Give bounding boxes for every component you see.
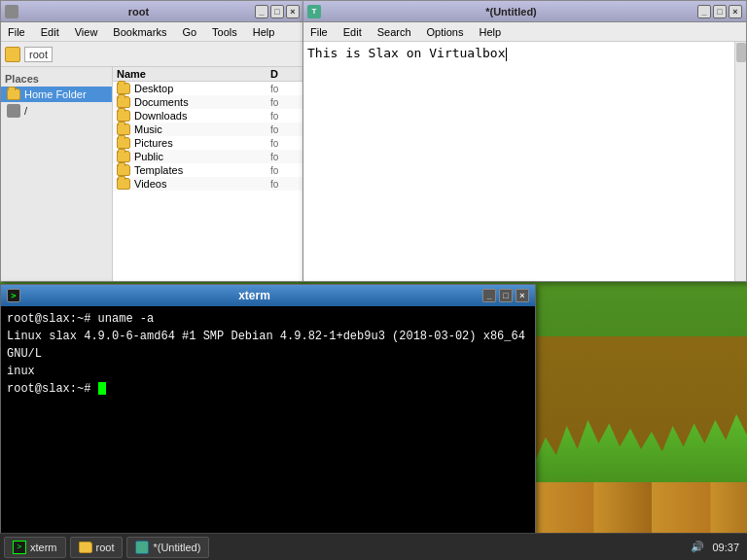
file-manager-body: Places Home Folder / Name D Desktop fo: [1, 67, 303, 281]
terminal-close-button[interactable]: ×: [516, 289, 529, 302]
menu-view[interactable]: View: [72, 26, 101, 38]
text-editor-titlebar[interactable]: T *(Untitled) _ □ ×: [303, 1, 746, 22]
taskbar-tray-icons: 🔊: [691, 541, 704, 553]
editor-menu-options[interactable]: Options: [424, 26, 467, 38]
folder-icon: [117, 178, 130, 190]
file-name: Music: [134, 123, 267, 135]
text-editor-menubar: File Edit Search Options Help: [303, 22, 746, 42]
taskbar-terminal-icon: >: [13, 541, 26, 554]
text-editor-title: *(Untitled): [325, 6, 697, 18]
maximize-button[interactable]: □: [270, 5, 284, 18]
table-row[interactable]: Public fo: [113, 150, 303, 163]
file-name: Public: [134, 151, 267, 162]
folder-icon: [117, 123, 130, 135]
text-editor-window: T *(Untitled) _ □ × File Edit Search Opt…: [302, 0, 747, 282]
terminal-cursor: [98, 382, 106, 395]
minimize-button[interactable]: _: [255, 5, 268, 18]
file-name: Videos: [134, 178, 267, 190]
file-date: fo: [270, 84, 300, 94]
terminal-body[interactable]: root@slax:~# uname -a Linux slax 4.9.0-6…: [1, 306, 535, 534]
taskbar-item-editor[interactable]: *(Untitled): [126, 537, 209, 558]
editor-minimize-button[interactable]: _: [697, 5, 711, 18]
editor-menu-edit[interactable]: Edit: [340, 26, 365, 38]
sidebar-home-label: Home Folder: [24, 88, 87, 100]
editor-close-button[interactable]: ×: [729, 5, 742, 18]
close-button[interactable]: ×: [286, 5, 300, 18]
file-manager-window: root _ □ × File Edit View Bookmarks Go T…: [0, 0, 304, 282]
file-date: fo: [270, 165, 300, 176]
table-row[interactable]: Pictures fo: [113, 136, 303, 150]
table-row[interactable]: Videos fo: [113, 177, 303, 191]
text-cursor: [506, 48, 507, 61]
folder-icon: [117, 164, 130, 176]
file-manager-title: root: [22, 6, 255, 18]
file-list-headers: Name D: [113, 67, 303, 82]
editor-scrollbar[interactable]: [734, 42, 746, 281]
table-row[interactable]: Documents fo: [113, 95, 303, 109]
table-row[interactable]: Downloads fo: [113, 109, 303, 122]
menu-tools[interactable]: Tools: [209, 26, 240, 38]
taskbar-editor-label: *(Untitled): [153, 542, 200, 553]
sidebar-item-home[interactable]: Home Folder: [1, 87, 112, 102]
file-date: fo: [270, 111, 300, 122]
folder-icon: [117, 137, 130, 149]
file-manager-toolbar: root: [1, 42, 303, 67]
file-manager-titlebar[interactable]: root _ □ ×: [1, 1, 303, 22]
table-row[interactable]: Templates fo: [113, 163, 303, 177]
col-date-header: D: [270, 68, 300, 80]
taskbar: > xterm root *(Untitled) 🔊 09:37: [0, 533, 747, 560]
sidebar-places-label: Places: [1, 71, 112, 87]
file-manager-file-list: Name D Desktop fo Documents fo Downloads…: [113, 67, 303, 281]
file-manager-menubar: File Edit View Bookmarks Go Tools Help: [1, 22, 303, 42]
terminal-line-3: inux: [7, 363, 529, 380]
editor-scroll-thumb[interactable]: [736, 43, 746, 62]
menu-file[interactable]: File: [5, 26, 28, 38]
toolbar-folder-icon: [5, 47, 20, 62]
taskbar-clock: 09:37: [712, 542, 739, 553]
menu-go[interactable]: Go: [179, 26, 199, 38]
text-editor-content[interactable]: This is Slax on Virtualbox: [303, 42, 746, 281]
text-editor-window-controls: _ □ ×: [697, 5, 742, 18]
terminal-line-1: root@slax:~# uname -a: [7, 310, 529, 328]
taskbar-editor-icon: [135, 541, 149, 554]
taskbar-tray: 🔊 09:37: [691, 541, 747, 553]
terminal-minimize-button[interactable]: _: [482, 289, 496, 302]
folder-icon: [117, 110, 130, 122]
menu-help[interactable]: Help: [250, 26, 278, 38]
table-row[interactable]: Music fo: [113, 122, 303, 136]
taskbar-item-terminal[interactable]: > xterm: [4, 537, 66, 558]
file-name: Downloads: [134, 110, 267, 122]
file-date: fo: [270, 97, 300, 108]
toolbar-path[interactable]: root: [24, 47, 53, 62]
terminal-titlebar[interactable]: xterm _ □ ×: [1, 285, 535, 306]
terminal-maximize-button[interactable]: □: [499, 289, 513, 302]
taskbar-item-filemanager[interactable]: root: [70, 537, 124, 558]
editor-menu-search[interactable]: Search: [374, 26, 414, 38]
menu-edit[interactable]: Edit: [38, 26, 62, 38]
folder-icon: [117, 83, 130, 94]
file-date: fo: [270, 152, 300, 162]
file-manager-window-icon: [5, 5, 18, 18]
col-name-header: Name: [117, 68, 270, 80]
terminal-prompt-line: root@slax:~#: [7, 380, 529, 398]
root-icon: [7, 104, 20, 118]
menu-bookmarks[interactable]: Bookmarks: [110, 26, 169, 38]
file-manager-window-controls: _ □ ×: [255, 5, 300, 18]
editor-menu-help[interactable]: Help: [476, 26, 504, 38]
file-name: Documents: [134, 96, 267, 108]
terminal-line-2: Linux slax 4.9.0-6-amd64 #1 SMP Debian 4…: [7, 328, 529, 363]
taskbar-filemanager-label: root: [96, 542, 115, 553]
file-name: Desktop: [134, 83, 267, 94]
taskbar-terminal-label: xterm: [30, 542, 57, 553]
sidebar-item-root[interactable]: /: [1, 102, 112, 120]
editor-maximize-button[interactable]: □: [713, 5, 727, 18]
file-date: fo: [270, 124, 300, 135]
file-name: Pictures: [134, 137, 267, 149]
folder-icon: [117, 96, 130, 108]
editor-menu-file[interactable]: File: [307, 26, 331, 38]
file-manager-sidebar: Places Home Folder /: [1, 67, 113, 281]
table-row[interactable]: Desktop fo: [113, 82, 303, 95]
sound-icon[interactable]: 🔊: [691, 541, 704, 553]
file-date: fo: [270, 138, 300, 149]
file-name: Templates: [134, 164, 267, 176]
